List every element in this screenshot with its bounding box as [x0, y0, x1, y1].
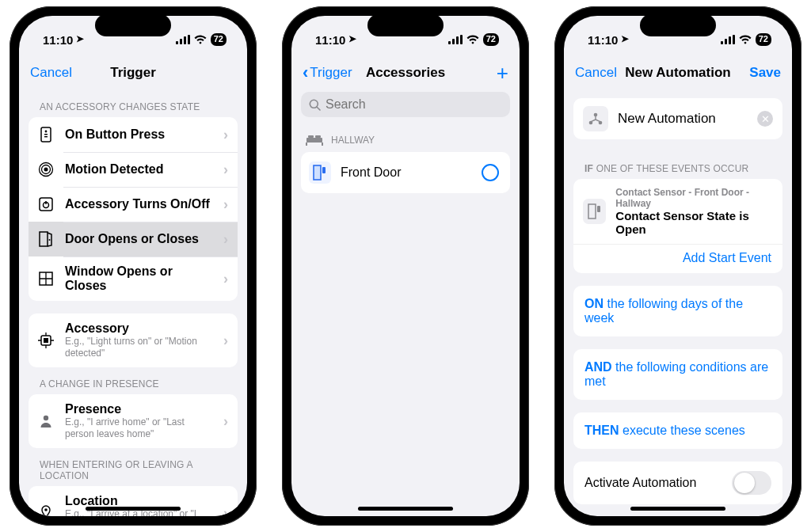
dynamic-island	[640, 14, 716, 36]
svg-rect-41	[322, 167, 326, 173]
chevron-right-icon: ›	[223, 127, 228, 143]
automation-name-row[interactable]: New Automation ✕	[573, 98, 782, 139]
section-header-location: WHEN ENTERING OR LEAVING A LOCATION	[29, 448, 238, 486]
status-time: 11:10	[588, 33, 618, 47]
cellular-icon	[721, 35, 735, 44]
event-subtitle: Contact Sensor - Front Door - Hallway	[615, 187, 773, 209]
location-arrow-icon: ➤	[348, 33, 356, 44]
event-row[interactable]: Contact Sensor - Front Door - Hallway Co…	[573, 179, 782, 244]
row-motion[interactable]: Motion Detected ›	[29, 152, 238, 187]
svg-line-34	[317, 107, 320, 110]
door-sensor-icon	[309, 162, 331, 184]
row-label: On Button Press	[65, 127, 214, 142]
row-label: Window Opens or Closes	[65, 264, 214, 293]
automation-name: New Automation	[618, 111, 748, 127]
add-start-event-button[interactable]: Add Start Event	[573, 244, 782, 273]
home-indicator	[86, 507, 181, 511]
chevron-right-icon: ›	[223, 162, 228, 178]
then-scenes-row[interactable]: THEN execute these scenes	[573, 412, 782, 449]
add-button[interactable]: +	[497, 63, 508, 83]
svg-line-50	[592, 120, 596, 121]
wifi-icon	[194, 35, 207, 44]
svg-rect-14	[40, 232, 48, 246]
chevron-right-icon: ›	[223, 271, 228, 287]
svg-rect-44	[729, 36, 731, 44]
row-window[interactable]: Window Opens or Closes ›	[29, 256, 238, 301]
search-input[interactable]	[326, 97, 502, 112]
dynamic-island	[367, 14, 444, 36]
row-accessory[interactable]: Accessory E.g., "Light turns on" or "Mot…	[29, 314, 238, 367]
back-button[interactable]: ‹ Trigger	[303, 63, 352, 83]
search-field[interactable]	[301, 92, 510, 117]
svg-rect-30	[452, 39, 455, 44]
svg-rect-7	[44, 136, 48, 137]
save-button[interactable]: Save	[749, 65, 781, 81]
svg-rect-42	[721, 41, 723, 44]
on-days-row[interactable]: ON the following days of the week	[573, 286, 782, 336]
home-indicator	[358, 507, 453, 511]
screen-accessories: 11:10 ➤ 72 ‹ Trigger Accessories +	[291, 16, 520, 516]
svg-rect-29	[448, 41, 451, 44]
row-location[interactable]: Location E.g., "I arrive at a location" …	[29, 486, 238, 516]
svg-rect-0	[176, 41, 178, 44]
svg-point-27	[44, 508, 48, 511]
motion-icon	[36, 160, 55, 179]
chevron-right-icon: ›	[223, 231, 228, 248]
battery-badge: 72	[211, 33, 227, 45]
battery-badge: 72	[756, 33, 771, 45]
location-arrow-icon: ➤	[76, 33, 84, 44]
location-pin-icon	[36, 504, 55, 516]
row-label: Door Opens or Closes	[65, 232, 214, 246]
svg-rect-2	[184, 36, 186, 44]
event-title: Contact Sensor State is Open	[615, 209, 773, 236]
row-title: Presence	[65, 402, 214, 416]
svg-rect-31	[456, 36, 459, 44]
svg-rect-52	[588, 204, 596, 218]
home-indicator	[630, 507, 725, 511]
trigger-type-list: On Button Press › Motion Detected › Acce…	[29, 117, 238, 301]
window-icon	[36, 269, 55, 288]
row-label: Motion Detected	[65, 162, 214, 177]
row-door[interactable]: Door Opens or Closes ›	[29, 222, 238, 256]
accessory-name: Front Door	[341, 165, 472, 180]
nav-bar: Cancel New Automation Save	[564, 55, 792, 90]
phone-1: 11:10 ➤ 72 Cancel Trigger AN ACCESSORY C…	[10, 6, 257, 526]
room-header: HALLWAY	[301, 117, 510, 152]
svg-point-46	[594, 113, 598, 117]
svg-point-8	[44, 168, 48, 172]
screen-trigger: 11:10 ➤ 72 Cancel Trigger AN ACCESSORY C…	[19, 16, 247, 516]
svg-rect-37	[322, 142, 323, 146]
activate-switch[interactable]	[732, 471, 771, 495]
back-label: Trigger	[310, 65, 352, 81]
cellular-icon	[176, 35, 190, 44]
if-header: IF IF ONE OF THESE EVENTS OCCURONE OF TH…	[573, 152, 782, 179]
then-keyword: THEN	[584, 424, 619, 437]
svg-rect-45	[733, 35, 735, 44]
row-onoff[interactable]: Accessory Turns On/Off ›	[29, 187, 238, 222]
svg-line-51	[596, 120, 600, 121]
cancel-button[interactable]: Cancel	[30, 65, 72, 81]
door-icon	[36, 230, 55, 249]
accessory-row-front-door[interactable]: Front Door	[301, 152, 510, 193]
screen-new-automation: 11:10 ➤ 72 Cancel New Automation Save Ne…	[564, 16, 792, 516]
wifi-icon	[739, 35, 752, 44]
svg-point-25	[44, 416, 48, 420]
cancel-button[interactable]: Cancel	[575, 65, 617, 81]
chevron-right-icon: ›	[223, 413, 228, 430]
automation-icon	[583, 106, 608, 131]
clear-name-button[interactable]: ✕	[757, 111, 773, 127]
row-presence[interactable]: Presence E.g., "I arrive home" or "Last …	[29, 394, 238, 448]
and-conditions-row[interactable]: AND the following conditions are met	[573, 349, 782, 400]
status-time: 11:10	[43, 33, 73, 47]
radio-unselected[interactable]	[482, 164, 499, 181]
svg-rect-1	[180, 39, 182, 44]
svg-rect-20	[44, 338, 48, 343]
chip-icon	[36, 331, 55, 350]
row-sub: E.g., "I arrive home" or "Last person le…	[65, 416, 214, 440]
location-arrow-icon: ➤	[621, 33, 629, 44]
section-header-state: AN ACCESSORY CHANGES STATE	[29, 90, 238, 117]
row-button-press[interactable]: On Button Press ›	[29, 117, 238, 152]
svg-rect-43	[725, 39, 727, 44]
row-title: Accessory	[65, 321, 214, 336]
row-label: Accessory Turns On/Off	[65, 197, 214, 211]
